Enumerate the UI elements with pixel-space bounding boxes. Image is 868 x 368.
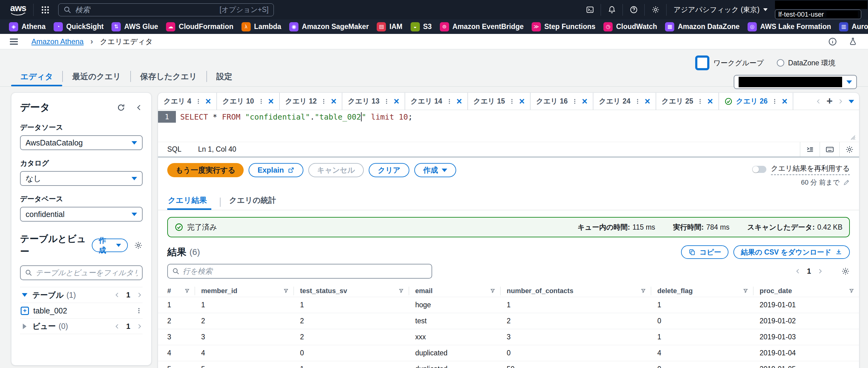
search-input[interactable] bbox=[75, 5, 216, 14]
breadcrumb-link-athena[interactable]: Amazon Athena bbox=[31, 37, 84, 46]
tab-menu-icon[interactable] bbox=[383, 98, 390, 105]
query-tab-クエリ 25[interactable]: クエリ 25× bbox=[656, 93, 719, 110]
help-icon[interactable] bbox=[626, 5, 641, 14]
tab-menu-icon[interactable] bbox=[571, 98, 578, 105]
row-search-input[interactable] bbox=[183, 267, 427, 276]
redacted-account-menu[interactable] bbox=[775, 1, 867, 9]
service-shortcut-athena[interactable]: ◈Athena bbox=[5, 22, 50, 31]
refresh-icon[interactable] bbox=[117, 103, 125, 112]
collapsed-triangle-icon[interactable] bbox=[23, 323, 27, 329]
tab-settings[interactable]: 設定 bbox=[207, 66, 242, 86]
run-again-button[interactable]: もう一度実行する bbox=[167, 163, 244, 177]
create-button[interactable]: 作成 bbox=[92, 238, 128, 252]
clear-button[interactable]: クリア bbox=[369, 163, 409, 177]
page-next-icon[interactable] bbox=[136, 291, 143, 299]
column-header-number_of_contacts[interactable]: number_of_contacts bbox=[500, 287, 651, 295]
keyboard-shortcuts-icon[interactable] bbox=[819, 142, 839, 157]
tables-filter[interactable] bbox=[20, 265, 143, 280]
tab-close-icon[interactable]: × bbox=[645, 96, 650, 106]
tab-query-stats[interactable]: クエリの統計 bbox=[229, 195, 276, 210]
tables-filter-input[interactable] bbox=[35, 268, 138, 277]
tab-menu-icon[interactable] bbox=[697, 98, 704, 105]
views-group-row[interactable]: ビュー (0) 1 bbox=[20, 318, 143, 334]
tab-menu-icon[interactable] bbox=[258, 98, 265, 105]
page-prev-icon[interactable] bbox=[114, 291, 120, 299]
filter-funnel-icon[interactable] bbox=[185, 288, 190, 293]
copy-button[interactable]: コピー bbox=[681, 245, 728, 259]
hamburger-menu-icon[interactable] bbox=[9, 38, 19, 45]
tab-query-results[interactable]: クエリ結果 bbox=[167, 195, 211, 210]
radio-workgroup[interactable]: ワークグループ bbox=[695, 55, 764, 70]
query-tab-クエリ 26[interactable]: クエリ 26× bbox=[719, 93, 794, 110]
create-dropdown-button[interactable]: 作成 bbox=[414, 163, 456, 177]
service-shortcut-cloudformation[interactable]: ☁CloudFormation bbox=[162, 22, 238, 31]
explain-button[interactable]: Explain bbox=[249, 163, 303, 177]
reuse-results-toggle[interactable] bbox=[752, 166, 766, 173]
tab-menu-icon[interactable] bbox=[508, 98, 515, 105]
tab-menu-icon[interactable] bbox=[320, 98, 327, 105]
service-shortcut-lambda[interactable]: λLambda bbox=[238, 22, 285, 31]
query-tab-クエリ 16[interactable]: クエリ 16× bbox=[530, 93, 593, 110]
filter-funnel-icon[interactable] bbox=[399, 288, 404, 293]
resize-handle-icon[interactable] bbox=[850, 134, 856, 141]
query-tab-クエリ 13[interactable]: クエリ 13× bbox=[342, 93, 405, 110]
service-shortcut-aurora-rds[interactable]: ▥Aurora and RDS bbox=[835, 22, 868, 31]
filter-funnel-icon[interactable] bbox=[490, 288, 495, 293]
results-page-prev-icon[interactable] bbox=[795, 267, 801, 275]
table-item-row[interactable]: + table_002 bbox=[20, 303, 143, 318]
tab-close-icon[interactable]: × bbox=[268, 96, 274, 106]
tab-close-icon[interactable]: × bbox=[331, 96, 336, 106]
new-tab-icon[interactable]: + bbox=[827, 95, 833, 106]
tab-close-icon[interactable]: × bbox=[206, 96, 211, 106]
editor-settings-gear-icon[interactable] bbox=[839, 142, 859, 157]
column-header-email[interactable]: email bbox=[409, 287, 500, 295]
info-icon[interactable] bbox=[828, 37, 837, 46]
settings-gear-icon[interactable] bbox=[648, 5, 662, 14]
query-tab-クエリ 4[interactable]: クエリ 4× bbox=[158, 93, 217, 110]
service-shortcut-datazone[interactable]: ▦Amazon DataZone bbox=[661, 22, 744, 31]
column-header-test_status_sv[interactable]: test_status_sv bbox=[294, 287, 409, 295]
table-item-menu-icon[interactable] bbox=[135, 307, 143, 315]
column-header-member_id[interactable]: member_id bbox=[195, 287, 294, 295]
format-code-icon[interactable] bbox=[800, 142, 819, 157]
datasource-select[interactable]: AwsDataCatalog bbox=[20, 135, 143, 150]
tab-close-icon[interactable]: × bbox=[519, 96, 525, 106]
row-search[interactable] bbox=[167, 264, 432, 279]
global-search[interactable]: [オプション+S] bbox=[58, 3, 274, 16]
tab-saved-queries[interactable]: 保存したクエリ bbox=[131, 66, 206, 86]
service-shortcut-lake-formation[interactable]: ◎AWS Lake Formation bbox=[744, 22, 835, 31]
tab-close-icon[interactable]: × bbox=[394, 96, 399, 106]
expanded-triangle-icon[interactable] bbox=[22, 293, 27, 297]
tables-group-row[interactable]: テーブル (1) 1 bbox=[20, 287, 143, 303]
column-header-#[interactable]: # bbox=[158, 287, 195, 295]
table-settings-gear-icon[interactable] bbox=[134, 241, 143, 250]
tabs-scroll-left-icon[interactable] bbox=[815, 98, 822, 105]
tab-editor[interactable]: エディタ bbox=[11, 66, 62, 86]
filter-funnel-icon[interactable] bbox=[641, 288, 646, 293]
cancel-button[interactable]: キャンセル bbox=[308, 163, 364, 177]
database-select[interactable]: confidential bbox=[20, 207, 143, 222]
tab-menu-icon[interactable] bbox=[446, 98, 453, 105]
tab-menu-icon[interactable] bbox=[634, 98, 641, 105]
region-selector[interactable]: アジアパシフィック (東京) bbox=[673, 5, 768, 15]
service-shortcut-quicksight[interactable]: ◔QuickSight bbox=[50, 22, 107, 31]
tab-close-icon[interactable]: × bbox=[457, 96, 462, 106]
tab-menu-icon[interactable] bbox=[771, 98, 778, 105]
service-shortcut-eventbridge[interactable]: ⊚Amazon EventBridge bbox=[436, 22, 528, 31]
filter-funnel-icon[interactable] bbox=[743, 288, 748, 293]
page-prev-icon[interactable] bbox=[114, 323, 120, 330]
tab-close-icon[interactable]: × bbox=[707, 96, 713, 106]
code-line[interactable]: SELECT * FROM "confidential"."table_002"… bbox=[176, 112, 413, 121]
query-tab-クエリ 14[interactable]: クエリ 14× bbox=[405, 93, 468, 110]
tab-menu-icon[interactable] bbox=[195, 98, 202, 105]
column-header-proc_date[interactable]: proc_date bbox=[753, 287, 859, 295]
edit-pencil-icon[interactable] bbox=[843, 179, 850, 186]
service-shortcut-step-functions[interactable]: ≫Step Functions bbox=[528, 22, 599, 31]
download-csv-button[interactable]: 結果の CSV をダウンロード bbox=[734, 245, 850, 259]
query-tab-クエリ 24[interactable]: クエリ 24× bbox=[593, 93, 656, 110]
tabs-scroll-right-icon[interactable] bbox=[838, 98, 844, 105]
service-shortcut-iam[interactable]: ▤IAM bbox=[373, 22, 406, 31]
aws-logo[interactable]: aws bbox=[8, 4, 28, 16]
service-shortcut-cloudwatch[interactable]: ◷CloudWatch bbox=[599, 22, 661, 31]
column-header-delete_flag[interactable]: delete_flag bbox=[651, 287, 753, 295]
